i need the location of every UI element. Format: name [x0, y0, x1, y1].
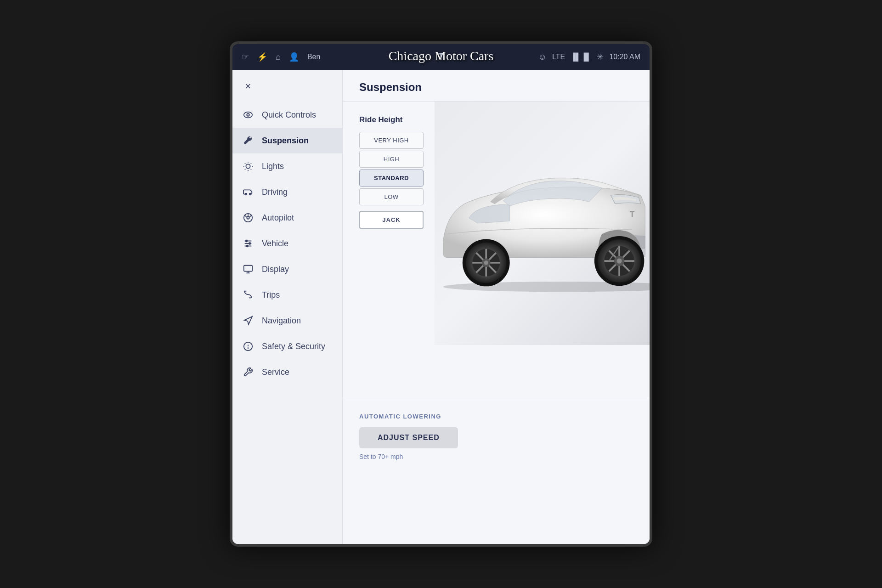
- user-name: Ben: [307, 53, 320, 61]
- main-content: × Quick Controls Suspension: [232, 70, 650, 544]
- sidebar-item-navigation[interactable]: Navigation: [232, 308, 342, 334]
- sidebar-label-quick-controls: Quick Controls: [262, 110, 316, 120]
- ride-height-section: Ride Height VERY HIGH HIGH STANDARD LOW …: [359, 115, 633, 229]
- panel-header: Suspension: [343, 70, 650, 102]
- sliders-icon: [242, 237, 254, 250]
- sun-icon: [242, 160, 254, 173]
- ride-btn-low[interactable]: LOW: [359, 188, 424, 205]
- ride-btn-jack[interactable]: JACK: [359, 211, 424, 229]
- spanner-icon: [242, 366, 254, 379]
- status-bar-center: T: [438, 51, 444, 63]
- svg-point-30: [248, 348, 249, 348]
- svg-line-10: [251, 163, 251, 164]
- clock: 10:20 AM: [609, 53, 640, 61]
- home-icon: ⌂: [276, 52, 281, 62]
- sidebar-label-service: Service: [262, 368, 289, 377]
- wrench-icon: [242, 134, 254, 147]
- close-button[interactable]: ×: [240, 78, 256, 95]
- svg-point-41: [617, 259, 622, 264]
- sidebar-label-trips: Trips: [262, 290, 280, 300]
- svg-marker-27: [244, 317, 252, 324]
- sidebar-item-trips[interactable]: Trips: [232, 282, 342, 308]
- bottom-section: AUTOMATIC LOWERING ADJUST SPEED Set to 7…: [343, 399, 650, 474]
- svg-point-1: [247, 113, 249, 116]
- sidebar-item-driving[interactable]: Driving: [232, 179, 342, 205]
- svg-point-11: [245, 193, 247, 195]
- status-bar-right: ☺ LTE ▐▌▐▌ ✳ 10:20 AM: [452, 52, 640, 62]
- sidebar: × Quick Controls Suspension: [232, 70, 343, 544]
- network-label: LTE: [552, 53, 565, 61]
- signal-bars: ▐▌▐▌: [571, 53, 591, 61]
- sidebar-item-service[interactable]: Service: [232, 359, 342, 385]
- sidebar-item-suspension[interactable]: Suspension: [232, 128, 342, 153]
- ride-height-label: Ride Height: [359, 115, 633, 124]
- svg-line-17: [250, 215, 251, 217]
- sidebar-label-autopilot: Autopilot: [262, 213, 294, 223]
- svg-point-23: [246, 245, 248, 247]
- svg-point-50: [484, 260, 488, 265]
- sidebar-item-display[interactable]: Display: [232, 256, 342, 282]
- car-icon: [242, 186, 254, 198]
- ride-btn-high[interactable]: HIGH: [359, 151, 424, 168]
- steering-icon: [242, 211, 254, 224]
- svg-point-22: [249, 243, 251, 244]
- suspension-controls: Ride Height VERY HIGH HIGH STANDARD LOW …: [343, 102, 650, 252]
- svg-line-16: [245, 215, 247, 217]
- svg-point-21: [246, 240, 248, 242]
- svg-line-9: [245, 169, 245, 170]
- sidebar-label-navigation: Navigation: [262, 316, 301, 326]
- ride-btn-standard[interactable]: STANDARD: [359, 170, 424, 187]
- sidebar-item-vehicle[interactable]: Vehicle: [232, 231, 342, 256]
- sidebar-item-safety-security[interactable]: Safety & Security: [232, 334, 342, 359]
- sidebar-label-safety-security: Safety & Security: [262, 342, 325, 351]
- main-panel: Suspension: [343, 70, 650, 544]
- power-icon: ⚡: [257, 52, 267, 62]
- person-icon: 👤: [289, 52, 299, 62]
- sidebar-label-suspension: Suspension: [262, 136, 309, 146]
- tesla-logo: T: [438, 51, 444, 63]
- screen-bezel: ☞ ⚡ ⌂ 👤 Ben T ☺ LTE ▐▌▐▌ ✳ 10:20 AM ×: [230, 41, 652, 547]
- sidebar-label-driving: Driving: [262, 187, 288, 197]
- svg-line-5: [245, 163, 245, 164]
- panel-body: T: [343, 102, 650, 544]
- shield-icon: [242, 340, 254, 353]
- sidebar-label-vehicle: Vehicle: [262, 239, 288, 249]
- sidebar-item-quick-controls[interactable]: Quick Controls: [232, 102, 342, 128]
- display-icon: [242, 263, 254, 276]
- route-icon: [242, 288, 254, 301]
- svg-rect-24: [244, 266, 252, 271]
- face-icon: ☺: [538, 52, 547, 62]
- eye-icon: [242, 108, 254, 121]
- svg-point-14: [247, 216, 249, 219]
- bluetooth-icon: ✳: [597, 52, 604, 62]
- sidebar-item-autopilot[interactable]: Autopilot: [232, 205, 342, 231]
- sidebar-item-lights[interactable]: Lights: [232, 153, 342, 179]
- speed-subtext: Set to 70+ mph: [359, 453, 633, 460]
- ride-height-buttons: VERY HIGH HIGH STANDARD LOW JACK: [359, 132, 424, 229]
- status-bar-left: ☞ ⚡ ⌂ 👤 Ben: [242, 52, 430, 62]
- svg-line-6: [251, 169, 251, 170]
- nav-icon: [242, 314, 254, 327]
- touch-icon: ☞: [242, 52, 249, 62]
- adjust-speed-button[interactable]: ADJUST SPEED: [359, 427, 458, 448]
- status-bar: ☞ ⚡ ⌂ 👤 Ben T ☺ LTE ▐▌▐▌ ✳ 10:20 AM: [232, 44, 650, 70]
- sidebar-label-lights: Lights: [262, 162, 284, 171]
- svg-point-2: [246, 164, 250, 168]
- panel-title: Suspension: [359, 81, 422, 93]
- sidebar-label-display: Display: [262, 265, 289, 274]
- svg-point-0: [244, 112, 252, 118]
- svg-point-51: [443, 282, 650, 292]
- automatic-lowering-label: AUTOMATIC LOWERING: [359, 413, 633, 420]
- ride-btn-very-high[interactable]: VERY HIGH: [359, 132, 424, 149]
